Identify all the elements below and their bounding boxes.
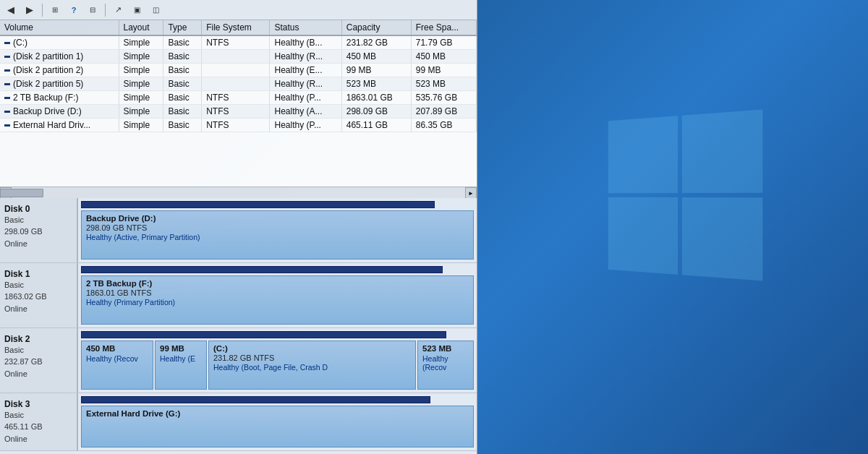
table-cell-2-3 xyxy=(202,64,270,77)
disk-2-part-row: 450 MB Healthy (Recov 99 MB Healthy (E (… xyxy=(81,340,474,390)
separator-2 xyxy=(105,4,106,17)
properties-button[interactable]: ⊞ xyxy=(47,2,63,18)
table-cell-0-3: NTFS xyxy=(202,35,270,50)
table-cell-0-0: (C:) xyxy=(0,35,119,50)
table-cell-5-3: NTFS xyxy=(202,105,270,119)
table-cell-5-2: Basic xyxy=(163,105,202,119)
table-cell-1-3 xyxy=(202,50,270,64)
disk-3-type: Basic xyxy=(4,410,72,421)
disk-2-name: Disk 2 xyxy=(4,334,72,344)
drive-icon xyxy=(4,69,10,72)
drive-icon xyxy=(4,83,10,85)
disk-0-size: 298.09 GB xyxy=(4,226,72,237)
table-cell-6-2: Basic xyxy=(163,119,202,132)
disk-1-name: Disk 1 xyxy=(4,269,72,279)
disk-2-status: Online xyxy=(4,369,72,380)
col-freespace[interactable]: Free Spa... xyxy=(411,20,476,35)
col-volume[interactable]: Volume xyxy=(0,20,119,35)
table-row[interactable]: (Disk 2 partition 2)SimpleBasicHealthy (… xyxy=(0,64,477,77)
table-cell-6-0: External Hard Driv... xyxy=(0,119,119,132)
table-row[interactable]: External Hard Driv...SimpleBasicNTFSHeal… xyxy=(0,119,477,132)
disk-3-partition-1[interactable]: External Hard Drive (G:) xyxy=(81,406,474,447)
disk-2-row: Disk 2 Basic 232.87 GB Online 450 MB Hea… xyxy=(0,328,477,393)
disk-2-partition-4[interactable]: 523 MB Healthy (Recov xyxy=(417,340,474,390)
table-cell-3-1: Simple xyxy=(119,77,163,91)
disk-2-bar xyxy=(81,331,446,338)
properties2-button[interactable]: ⊟ xyxy=(85,2,101,18)
table-cell-3-2: Basic xyxy=(163,77,202,91)
disk-1-part-row: 2 TB Backup (F:) 1863.01 GB NTFS Healthy… xyxy=(81,275,474,325)
table-cell-4-3: NTFS xyxy=(202,91,270,105)
disk-3-part-name: External Hard Drive (G:) xyxy=(86,409,469,418)
refresh-button[interactable]: ◫ xyxy=(148,2,163,18)
table-cell-2-0: (Disk 2 partition 2) xyxy=(0,64,119,77)
arrow-button[interactable]: ↗ xyxy=(110,2,126,18)
disk-1-row: Disk 1 Basic 1863.02 GB Online 2 TB Back… xyxy=(0,263,477,328)
disk-2-p4-status: Healthy (Recov xyxy=(422,354,469,372)
disk-3-status: Online xyxy=(4,434,72,445)
disk-1-part-name: 2 TB Backup (F:) xyxy=(86,279,469,288)
table-cell-3-4: Healthy (R... xyxy=(270,77,341,91)
col-type[interactable]: Type xyxy=(163,20,202,35)
disk-2-partition-3[interactable]: (C:) 231.82 GB NTFS Healthy (Boot, Page … xyxy=(208,340,416,390)
table-cell-6-5: 465.11 GB xyxy=(341,119,411,132)
disk-0-part-row: Backup Drive (D:) 298.09 GB NTFS Healthy… xyxy=(81,210,474,260)
disk-3-partitions: External Hard Drive (G:) xyxy=(78,393,477,450)
table-row[interactable]: (Disk 2 partition 1)SimpleBasicHealthy (… xyxy=(0,50,477,64)
table-cell-5-0: Backup Drive (D:) xyxy=(0,105,119,119)
col-layout[interactable]: Layout xyxy=(119,20,163,35)
drive-icon xyxy=(4,42,10,44)
table-row[interactable]: (Disk 2 partition 5)SimpleBasicHealthy (… xyxy=(0,77,477,91)
disk-1-partition-1[interactable]: 2 TB Backup (F:) 1863.01 GB NTFS Healthy… xyxy=(81,275,474,325)
disk-panels-area: Disk 0 Basic 298.09 GB Online Backup Dri… xyxy=(0,198,477,454)
table-cell-0-6: 71.79 GB xyxy=(411,35,476,50)
disk-0-name: Disk 0 xyxy=(4,204,72,214)
disk-1-partitions: 2 TB Backup (F:) 1863.01 GB NTFS Healthy… xyxy=(78,263,477,327)
table-row[interactable]: Backup Drive (D:)SimpleBasicNTFSHealthy … xyxy=(0,105,477,119)
table-cell-5-4: Healthy (A... xyxy=(270,105,341,119)
disk-3-size: 465.11 GB xyxy=(4,421,72,432)
disk-0-partition-1[interactable]: Backup Drive (D:) 298.09 GB NTFS Healthy… xyxy=(81,210,474,260)
disk-2-p1-status: Healthy (Recov xyxy=(86,354,148,363)
drive-icon xyxy=(4,97,10,99)
disk-2-partition-1[interactable]: 450 MB Healthy (Recov xyxy=(81,340,153,390)
table-cell-5-5: 298.09 GB xyxy=(341,105,411,119)
drive-icon xyxy=(4,56,10,58)
horizontal-scrollbar[interactable]: ◄ ► xyxy=(0,187,477,198)
disk-2-p1-name: 450 MB xyxy=(86,344,148,353)
disk-2-partition-2[interactable]: 99 MB Healthy (E xyxy=(155,340,207,390)
toolbar: ◀ ▶ ⊞ ? ⊟ ↗ ▣ ◫ xyxy=(0,0,477,20)
help-button[interactable]: ? xyxy=(66,2,82,18)
disk-2-size: 232.87 GB xyxy=(4,356,72,367)
col-capacity[interactable]: Capacity xyxy=(341,20,411,35)
table-cell-3-3 xyxy=(202,77,270,91)
table-cell-0-1: Simple xyxy=(119,35,163,50)
table-row[interactable]: 2 TB Backup (F:)SimpleBasicNTFSHealthy (… xyxy=(0,91,477,105)
table-row[interactable]: (C:)SimpleBasicNTFSHealthy (B...231.82 G… xyxy=(0,35,477,50)
scrollbar-thumb[interactable] xyxy=(0,189,43,197)
table-cell-6-6: 86.35 GB xyxy=(411,119,476,132)
windows-logo xyxy=(600,116,760,275)
col-status[interactable]: Status xyxy=(270,20,341,35)
table-cell-1-1: Simple xyxy=(119,50,163,64)
drive-icon xyxy=(4,111,10,113)
disk-1-bar xyxy=(81,266,443,273)
table-cell-1-0: (Disk 2 partition 1) xyxy=(0,50,119,64)
disk-management-window: ◀ ▶ ⊞ ? ⊟ ↗ ▣ ◫ Volume Layout Type File … xyxy=(0,0,477,454)
back-button[interactable]: ◀ xyxy=(3,2,19,18)
table-cell-3-0: (Disk 2 partition 5) xyxy=(0,77,119,91)
forward-button[interactable]: ▶ xyxy=(22,2,38,18)
disk-3-label: Disk 3 Basic 465.11 GB Online xyxy=(0,393,78,450)
scroll-right-arrow[interactable]: ► xyxy=(465,187,477,198)
table-cell-6-1: Simple xyxy=(119,119,163,132)
col-filesystem[interactable]: File System xyxy=(202,20,270,35)
table-cell-4-1: Simple xyxy=(119,91,163,105)
table-cell-0-4: Healthy (B... xyxy=(270,35,341,50)
table-cell-6-3: NTFS xyxy=(202,119,270,132)
disk-2-p4-name: 523 MB xyxy=(422,344,469,353)
disk-1-label: Disk 1 Basic 1863.02 GB Online xyxy=(0,263,78,327)
table-cell-5-6: 207.89 GB xyxy=(411,105,476,119)
table-cell-4-4: Healthy (P... xyxy=(270,91,341,105)
table-cell-3-6: 523 MB xyxy=(411,77,476,91)
save-button[interactable]: ▣ xyxy=(129,2,145,18)
